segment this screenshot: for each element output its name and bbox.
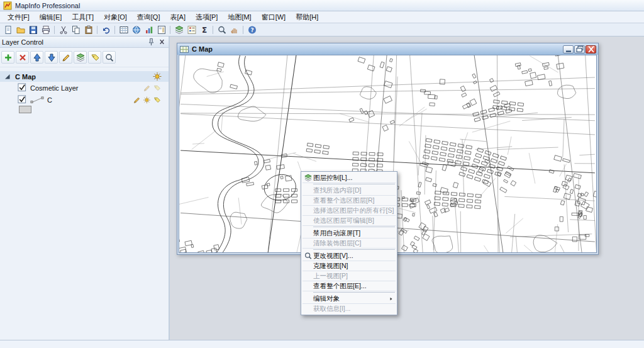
mapinfo-window: MapInfo Professional 文件[F]编辑[E]工具[T]对象[O… bbox=[0, 0, 644, 348]
toolbar-separator bbox=[170, 26, 170, 34]
statistics-button[interactable]: Σ bbox=[198, 25, 210, 35]
mdi-area: C Map bbox=[170, 36, 644, 340]
menu-item-label: 禁用自动滚屏[T] bbox=[313, 229, 360, 238]
copy-button[interactable] bbox=[70, 25, 82, 35]
menu-item-label: 上一视图[P] bbox=[313, 272, 348, 281]
menu-bar: 文件[F]编辑[E]工具[T]对象[O]查询[Q]表[A]选项[P]地图[M]窗… bbox=[0, 11, 644, 23]
menu-item-label: 清除装饰图层[C] bbox=[313, 239, 361, 248]
tag-icon[interactable] bbox=[153, 84, 161, 92]
menu-separator bbox=[313, 227, 395, 227]
status-bar bbox=[0, 340, 644, 348]
app-icon bbox=[3, 1, 13, 10]
line-style-swatch[interactable] bbox=[19, 106, 31, 113]
move-layer-up-button[interactable] bbox=[30, 51, 43, 64]
magnifier-icon bbox=[303, 252, 313, 260]
edit-objects-menu-item[interactable]: 编辑对象 bbox=[303, 294, 396, 304]
layer-control-title: Layer Control bbox=[2, 38, 43, 46]
menu-separator bbox=[313, 292, 395, 293]
app-title: MapInfo Professional bbox=[15, 2, 80, 9]
layer-style-button[interactable] bbox=[59, 51, 72, 64]
layer-visible-checkbox[interactable] bbox=[18, 83, 27, 93]
toolbar-separator bbox=[97, 26, 97, 34]
undo-button[interactable] bbox=[100, 25, 112, 35]
pan-button[interactable] bbox=[228, 25, 240, 35]
move-layer-down-button[interactable] bbox=[45, 51, 58, 64]
map-window-title: C Map bbox=[192, 45, 213, 53]
new-mapper-button[interactable] bbox=[130, 25, 142, 35]
pin-icon[interactable] bbox=[147, 38, 156, 46]
select-all-from-selection-layer-menu-item: 选择选区图层中的所有行[S] bbox=[303, 206, 396, 216]
make-selection-layer-editable-menu-item: 使选区图层可编辑[B] bbox=[303, 216, 396, 226]
layer-control-button[interactable] bbox=[173, 25, 185, 35]
restore-button[interactable] bbox=[574, 45, 585, 53]
new-grapher-button[interactable] bbox=[143, 25, 155, 35]
svg-text:Σ: Σ bbox=[201, 26, 206, 35]
change-view-menu-item[interactable]: 更改视图[V]... bbox=[303, 251, 396, 261]
toolbar-separator bbox=[213, 26, 213, 34]
legend-button[interactable] bbox=[186, 25, 197, 35]
menu-separator bbox=[313, 249, 395, 250]
layers-icon bbox=[303, 174, 313, 182]
view-entire-layer-menu-item[interactable]: 查看整个图层[E]... bbox=[303, 281, 396, 291]
menu-item-label: 使选区图层可编辑[B] bbox=[313, 216, 374, 225]
clone-view-menu-item[interactable]: 克隆视图[N] bbox=[303, 261, 396, 271]
open-table-button[interactable] bbox=[14, 25, 26, 35]
menu-tools[interactable]: 工具[T] bbox=[67, 12, 99, 23]
toolbar-separator bbox=[243, 26, 243, 34]
menu-objects[interactable]: 对象[O] bbox=[99, 12, 132, 23]
find-selection-menu-item: 查找所选内容[D] bbox=[303, 186, 396, 196]
pencil-icon[interactable] bbox=[143, 84, 151, 92]
map-window-titlebar[interactable]: C Map bbox=[177, 43, 598, 55]
zoom-to-layer-button[interactable] bbox=[103, 51, 116, 64]
map-options-icon[interactable] bbox=[152, 72, 162, 81]
context-menu: 图层控制[L]...查找所选内容[D]查看整个选区图层[R]选择选区图层中的所有… bbox=[301, 171, 397, 315]
menu-table[interactable]: 表[A] bbox=[165, 12, 190, 23]
layer-control-menu-item[interactable]: 图层控制[L]... bbox=[303, 173, 396, 183]
layer-control-toolbar bbox=[0, 48, 169, 67]
sun-icon[interactable] bbox=[143, 96, 151, 104]
menu-item-label: 编辑对象 bbox=[313, 295, 340, 303]
new-table-button[interactable] bbox=[2, 25, 14, 35]
disable-autoscroll-menu-item[interactable]: 禁用自动滚屏[T] bbox=[303, 228, 396, 239]
print-window-button[interactable] bbox=[40, 25, 52, 35]
layer-row-c[interactable]: C bbox=[0, 94, 169, 106]
zoom-in-button[interactable] bbox=[216, 25, 228, 35]
remove-layer-button[interactable] bbox=[16, 51, 29, 64]
menu-help[interactable]: 帮助[H] bbox=[291, 12, 323, 23]
insert-layer-button[interactable] bbox=[74, 51, 87, 64]
map-window-icon bbox=[179, 45, 189, 54]
menu-item-label: 选择选区图层中的所有行[S] bbox=[313, 206, 394, 215]
close-button[interactable] bbox=[586, 45, 596, 53]
menu-query[interactable]: 查询[Q] bbox=[132, 12, 165, 23]
layer-row-cosmetic[interactable]: Cosmetic Layer bbox=[0, 82, 169, 94]
layer-visible-checkbox[interactable] bbox=[18, 95, 27, 104]
add-layer-button[interactable] bbox=[1, 51, 14, 64]
menu-map[interactable]: 地图[M] bbox=[223, 12, 256, 23]
layer-tree: C Map Cosmetic LayerC bbox=[0, 67, 169, 340]
menu-edit[interactable]: 编辑[E] bbox=[35, 12, 67, 23]
cut-button[interactable] bbox=[57, 25, 69, 35]
pencil-icon[interactable] bbox=[133, 96, 141, 104]
tree-root-label: C Map bbox=[15, 73, 36, 81]
minimize-button[interactable] bbox=[563, 45, 574, 53]
save-table-button[interactable] bbox=[27, 25, 39, 35]
tree-node-cmap[interactable]: C Map bbox=[0, 71, 169, 82]
help-button[interactable]: ? bbox=[246, 25, 258, 35]
layer-label: Cosmetic Layer bbox=[30, 84, 78, 92]
previous-view-menu-item: 上一视图[P] bbox=[303, 271, 396, 281]
menu-options[interactable]: 选项[P] bbox=[191, 12, 223, 23]
close-icon bbox=[586, 45, 596, 54]
menu-window[interactable]: 窗口[W] bbox=[257, 12, 291, 23]
paste-button[interactable] bbox=[82, 25, 94, 35]
close-panel-icon[interactable] bbox=[157, 38, 167, 46]
label-layer-button[interactable] bbox=[88, 51, 101, 64]
svg-text:?: ? bbox=[250, 27, 253, 33]
get-info-menu-item: 获取信息[I]... bbox=[303, 304, 396, 313]
layer-line-symbol[interactable] bbox=[30, 96, 44, 104]
new-layout-button[interactable] bbox=[155, 25, 167, 35]
new-browser-button[interactable] bbox=[118, 25, 130, 35]
tag-icon[interactable] bbox=[153, 96, 161, 104]
expand-icon[interactable] bbox=[3, 72, 13, 81]
menu-item-label: 查找所选内容[D] bbox=[313, 186, 361, 195]
menu-file[interactable]: 文件[F] bbox=[3, 12, 35, 23]
